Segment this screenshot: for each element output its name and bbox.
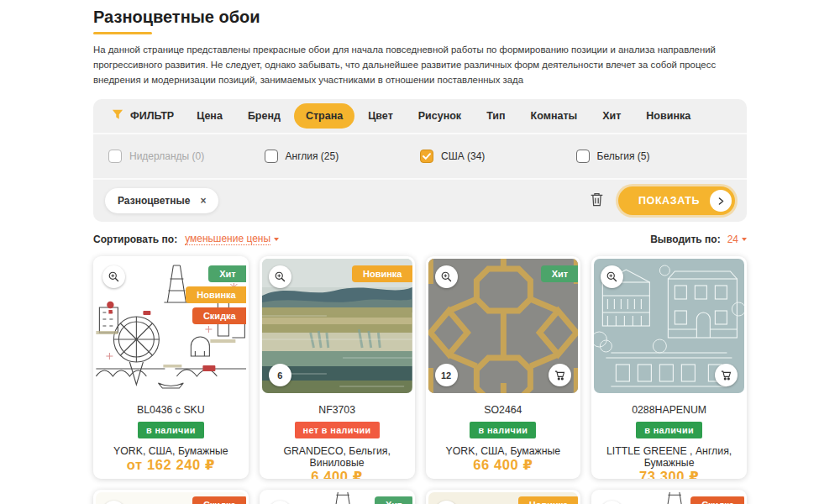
- filter-tabs: ЦенаБрендСтранаЦветРисунокТипКомнатыХитН…: [184, 103, 703, 129]
- product-card-partial[interactable]: Новинка: [426, 490, 581, 504]
- product-info: YORK, США, Бумажные: [93, 445, 249, 457]
- page: Разноцветные обои На данной странице пре…: [93, 8, 747, 504]
- filter-tab[interactable]: Комнаты: [519, 103, 590, 129]
- product-badge: Новинка: [518, 496, 578, 504]
- filter-tab[interactable]: Цвет: [356, 103, 405, 129]
- country-checkbox[interactable]: Бельгия (5): [576, 150, 732, 163]
- filter-label: ФИЛЬТР: [130, 110, 174, 122]
- country-checkbox[interactable]: Англия (25): [265, 150, 421, 163]
- product-price: 66 400 ₽: [426, 457, 581, 473]
- zoom-preview-button[interactable]: [102, 265, 125, 288]
- product-card-partial[interactable]: Скидка: [93, 490, 249, 504]
- filter-tab[interactable]: Страна: [294, 103, 354, 129]
- funnel-icon: [112, 109, 123, 123]
- country-filter-row: Нидерланды (0)Англия (25)США (34)Бельгия…: [93, 134, 747, 178]
- page-title: Разноцветные обои: [93, 8, 747, 27]
- product-grid: ХитНовинкаСкидкаBL0436 с SKUв наличииYOR…: [93, 256, 747, 504]
- country-checkbox-label: Англия (25): [286, 150, 339, 162]
- stock-badge-wrap: нет в наличии: [260, 416, 415, 438]
- country-checkbox-label: Бельгия (5): [597, 150, 650, 162]
- clear-filters-button[interactable]: [590, 192, 604, 210]
- title-underline: [93, 32, 152, 34]
- product-image: Хит: [262, 492, 412, 504]
- product-price: 6 400 ₽: [260, 469, 415, 479]
- filter-actions: ПОКАЗАТЬ: [590, 186, 735, 215]
- product-price: от 162 240 ₽: [93, 457, 249, 473]
- badge-stack: ХитНовинкаСкидка: [186, 265, 245, 324]
- product-image: [594, 259, 744, 393]
- stock-badge-wrap: в наличии: [426, 416, 581, 438]
- product-badge: Хит: [541, 265, 579, 282]
- page-description: На данной странице представлены прекрасн…: [93, 42, 759, 87]
- badge-stack: Новинка: [352, 265, 412, 282]
- show-results-label: ПОКАЗАТЬ: [638, 195, 700, 207]
- product-image: Скидка: [96, 492, 246, 504]
- zoom-preview-button[interactable]: [435, 265, 458, 288]
- toolbar: Сортировать по: уменьшение цены Выводить…: [93, 233, 747, 245]
- product-price: 73 300 ₽: [591, 469, 747, 479]
- stock-badge: в наличии: [636, 422, 702, 438]
- filter-header: ФИЛЬТР: [102, 109, 184, 123]
- badge-stack: Хит: [541, 265, 579, 282]
- filter-tabs-row: ФИЛЬТР ЦенаБрендСтранаЦветРисунокТипКомн…: [93, 99, 747, 133]
- product-badge: Скидка: [192, 496, 246, 504]
- checkbox-icon[interactable]: [265, 150, 278, 163]
- stock-badge: в наличии: [470, 422, 536, 438]
- product-badge: Новинка: [352, 265, 412, 282]
- product-badge: Скидка: [690, 496, 744, 504]
- selected-filters-row: Разноцветные × ПОКАЗАТЬ: [93, 180, 747, 222]
- product-image: ХитНовинкаСкидка: [96, 259, 246, 393]
- chevron-right-icon: [710, 190, 732, 212]
- caret-down-icon: [742, 238, 747, 241]
- filter-tab[interactable]: Хит: [591, 103, 633, 129]
- product-info: GRANDECO, Бельгия, Виниловые: [260, 445, 415, 469]
- product-image: Хит12: [428, 259, 579, 393]
- filter-tab[interactable]: Рисунок: [407, 103, 473, 129]
- product-info: YORK, США, Бумажные: [426, 445, 581, 457]
- stock-badge-wrap: в наличии: [591, 416, 747, 438]
- per-page-value: 24: [727, 234, 738, 245]
- per-page-label: Выводить по:: [650, 234, 720, 245]
- per-page-control: Выводить по: 24: [650, 234, 747, 245]
- checkbox-icon: [108, 150, 122, 163]
- country-checkbox[interactable]: США (34): [420, 150, 576, 163]
- variant-count-badge: 12: [435, 364, 458, 386]
- selected-filter-tag[interactable]: Разноцветные ×: [105, 188, 218, 213]
- filter-panel: ФИЛЬТР ЦенаБрендСтранаЦветРисунокТипКомн…: [93, 99, 747, 222]
- show-results-button[interactable]: ПОКАЗАТЬ: [618, 186, 735, 215]
- zoom-preview-button[interactable]: [269, 265, 291, 288]
- country-checkbox: Нидерланды (0): [108, 150, 265, 163]
- product-info: LITTLE GREENE , Англия, Бумажные: [591, 445, 747, 469]
- product-card-partial[interactable]: Скидка: [591, 490, 747, 504]
- product-card[interactable]: Хит12SO2464в наличииYORK, США, Бумажные6…: [426, 256, 581, 479]
- product-card-partial[interactable]: Хит: [260, 490, 415, 504]
- add-to-cart-button[interactable]: [715, 364, 738, 386]
- product-card[interactable]: ХитНовинкаСкидкаBL0436 с SKUв наличииYOR…: [93, 256, 249, 479]
- checkbox-checked-icon[interactable]: [420, 150, 433, 163]
- product-image: Новинка6: [262, 259, 412, 393]
- product-badge: Хит: [208, 265, 246, 282]
- sort-value: уменьшение цены: [185, 233, 270, 245]
- sort-select[interactable]: уменьшение цены: [185, 233, 279, 245]
- filter-tab[interactable]: Цена: [185, 103, 234, 129]
- badge-stack: Скидка: [192, 496, 246, 504]
- trash-icon: [590, 192, 604, 210]
- sort-label: Сортировать по:: [93, 234, 177, 245]
- per-page-select[interactable]: 24: [727, 234, 747, 245]
- stock-badge: в наличии: [138, 422, 204, 438]
- product-code: 0288HAPENUM: [591, 404, 747, 416]
- country-checkbox-label: США (34): [441, 150, 485, 162]
- filter-tab[interactable]: Новинка: [634, 103, 702, 129]
- checkbox-icon[interactable]: [576, 150, 590, 163]
- badge-stack: Скидка: [690, 496, 744, 504]
- caret-down-icon: [274, 238, 279, 241]
- filter-tab[interactable]: Тип: [475, 103, 517, 129]
- product-card[interactable]: Новинка6NF3703нет в наличииGRANDECO, Бел…: [260, 256, 415, 479]
- filter-tab[interactable]: Бренд: [236, 103, 292, 129]
- badge-stack: Новинка: [518, 496, 578, 504]
- remove-tag-icon[interactable]: ×: [200, 196, 206, 206]
- product-badge: Новинка: [186, 286, 245, 303]
- product-card[interactable]: 0288HAPENUMв наличииLITTLE GREENE , Англ…: [591, 256, 747, 479]
- selected-filter-label: Разноцветные: [118, 195, 190, 207]
- stock-badge-wrap: в наличии: [93, 416, 249, 438]
